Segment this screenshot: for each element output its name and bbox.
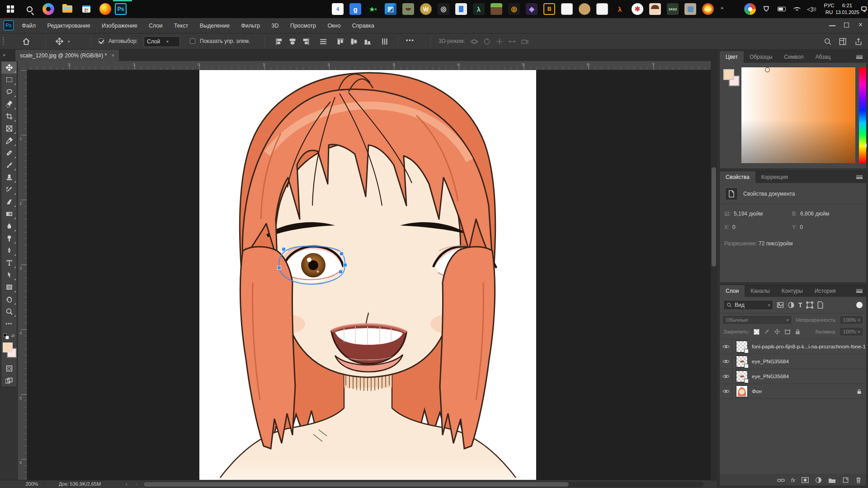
color-field[interactable]	[741, 67, 855, 163]
tool-brush[interactable]	[1, 159, 17, 171]
wow-icon[interactable]: W	[420, 3, 432, 15]
vertical-scrollbar[interactable]	[711, 61, 717, 480]
tool-dodge[interactable]	[1, 232, 17, 244]
align-horizontal-centers-icon[interactable]	[288, 38, 297, 46]
chrome-tray-icon[interactable]	[744, 3, 756, 15]
search-icon[interactable]	[824, 38, 832, 46]
tool-hand[interactable]	[1, 293, 17, 305]
distribute-vertical-icon[interactable]	[381, 38, 389, 46]
tool-blur[interactable]	[1, 220, 17, 232]
align-left-edges-icon[interactable]	[275, 38, 283, 46]
foreground-color-swatch[interactable]	[3, 343, 13, 352]
horizontal-ruler[interactable]: 2 1 0 1 2 3 4 5 6 7	[27, 61, 711, 70]
panel-menu-icon[interactable]	[856, 175, 863, 179]
blue-shapes-icon[interactable]: ◩	[385, 3, 396, 15]
tool-eraser[interactable]	[1, 196, 17, 208]
menu-edit[interactable]: Редактирование	[42, 18, 95, 33]
notifications-icon[interactable]: 🗨	[858, 3, 868, 15]
blend-mode-dropdown[interactable]: Обычные▾	[723, 316, 791, 324]
maximize-button[interactable]	[844, 23, 849, 28]
tab-channels[interactable]: Каналы	[745, 285, 776, 297]
filter-shape-layers-icon[interactable]	[806, 301, 813, 309]
visibility-eye-icon[interactable]	[720, 384, 732, 399]
start-icon[interactable]	[5, 3, 16, 15]
new-layer-icon[interactable]	[842, 477, 849, 483]
tab-character[interactable]: Символ	[778, 51, 809, 63]
menu-layers[interactable]: Слои	[144, 18, 167, 33]
layer-thumbnail[interactable]	[736, 385, 748, 397]
panel-menu-icon[interactable]	[856, 55, 863, 59]
layer-row[interactable]: Фон	[720, 384, 866, 399]
grip-handle[interactable]	[3, 37, 4, 46]
clock[interactable]: 6:2113.01.2025	[835, 2, 859, 16]
red-blue-gear-icon[interactable]: ✱	[632, 3, 643, 15]
blank-doc-icon-1[interactable]	[561, 3, 573, 15]
reader-app-icon[interactable]	[455, 3, 467, 15]
tool-rectangular-marquee[interactable]	[1, 74, 17, 86]
ruler-corner[interactable]	[18, 61, 27, 70]
foreground-color-swatch[interactable]	[723, 69, 734, 80]
quick-mask-button[interactable]	[1, 362, 17, 375]
layer-name[interactable]: eye_PNG35684	[752, 359, 789, 364]
align-vertical-centers-icon[interactable]	[350, 38, 358, 46]
menu-select[interactable]: Выделение	[195, 18, 235, 33]
tool-spot-healing[interactable]	[1, 147, 17, 159]
color-swatch-widget[interactable]	[1, 342, 17, 362]
opacity-value[interactable]: 100%▾	[840, 316, 863, 324]
vertical-ruler[interactable]: 1 2 3 4 5 6	[18, 70, 27, 480]
visibility-eye-icon[interactable]	[720, 339, 732, 354]
document-tab[interactable]: scale_1200.jpg @ 200% (RGB/8#) * ×	[15, 50, 119, 61]
layer-mask-icon[interactable]	[802, 477, 809, 483]
horizontal-scrollbar[interactable]	[143, 482, 703, 487]
layer-row[interactable]: eye_PNG35684	[720, 354, 866, 369]
menu-window[interactable]: Окно	[322, 18, 345, 33]
new-group-icon[interactable]	[828, 477, 836, 483]
share-icon[interactable]	[854, 38, 863, 46]
tab-color[interactable]: Цвет	[720, 51, 744, 63]
wifi-icon[interactable]	[791, 3, 803, 15]
align-right-edges-icon[interactable]	[302, 38, 310, 46]
layer-thumbnail[interactable]	[736, 341, 748, 352]
visibility-eye-icon[interactable]	[720, 369, 732, 384]
zomboid-icon[interactable]	[402, 3, 414, 15]
tool-history-brush[interactable]	[1, 183, 17, 196]
tool-pen[interactable]	[1, 244, 17, 257]
lock-artboard-icon[interactable]	[784, 328, 791, 335]
green-star-icon[interactable]: ★4	[367, 3, 379, 15]
autoselect-target-dropdown[interactable]: Слой▾	[144, 36, 180, 47]
layer-row[interactable]: foni-papik-pro-6jn8-p-k...i-na-prozrachn…	[720, 339, 866, 354]
volume-icon[interactable]: ◁)))	[806, 3, 817, 15]
filter-pixel-layers-icon[interactable]	[777, 301, 784, 309]
close-tab-icon[interactable]: ×	[111, 52, 114, 59]
taskbar-overflow-chevron[interactable]: »	[721, 5, 723, 11]
bakkesmod-icon[interactable]: B	[543, 3, 555, 15]
blue-robot-icon[interactable]	[684, 3, 696, 15]
workspace-switcher-icon[interactable]	[839, 38, 847, 46]
tool-gradient[interactable]	[1, 208, 17, 220]
filter-adjustment-layers-icon[interactable]	[788, 301, 795, 309]
tool-move[interactable]	[1, 61, 17, 74]
msc-icon[interactable]: msc	[702, 3, 714, 15]
chevron-down-icon[interactable]: ▾	[68, 39, 70, 44]
delete-layer-icon[interactable]	[855, 477, 862, 483]
battery-icon[interactable]	[776, 3, 788, 15]
gog-icon[interactable]: g	[349, 3, 361, 15]
menu-view[interactable]: Просмотр	[285, 18, 321, 33]
home-icon[interactable]	[22, 37, 31, 47]
tab-properties[interactable]: Свойства	[720, 171, 755, 183]
minimize-button[interactable]	[829, 22, 835, 26]
notes-doc-icon[interactable]: 4	[332, 3, 344, 15]
tab-layers[interactable]: Слои	[720, 285, 745, 297]
tool-crop[interactable]	[1, 110, 17, 122]
layer-effects-icon[interactable]: fx	[791, 477, 795, 483]
blank-doc-icon-2[interactable]	[596, 3, 608, 15]
tab-swatches[interactable]: Образцы	[744, 51, 778, 63]
tool-eyedropper[interactable]	[1, 135, 17, 147]
close-button[interactable]: ×	[859, 21, 863, 29]
hscroll-left-arrow[interactable]: ‹	[136, 481, 137, 487]
sepia-portrait-icon[interactable]	[579, 3, 590, 15]
minecraft-icon[interactable]	[491, 3, 502, 15]
lock-transparency-icon[interactable]	[754, 329, 760, 335]
show-transform-controls-checkbox[interactable]	[190, 38, 195, 44]
more-options-icon[interactable]: •••	[406, 37, 415, 43]
